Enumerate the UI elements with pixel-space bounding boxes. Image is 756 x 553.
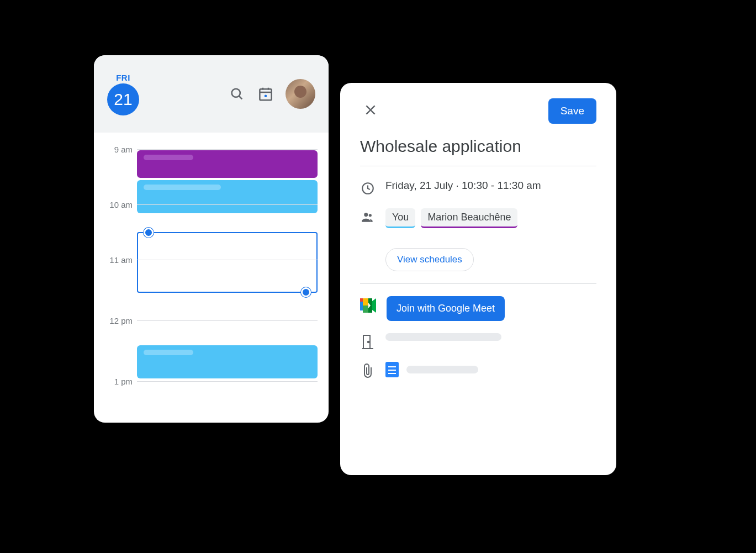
svg-rect-2: [260, 89, 271, 100]
svg-point-11: [369, 214, 372, 217]
google-meet-icon: [360, 298, 377, 313]
event-datetime[interactable]: Friday, 21 July · 10:30 - 11:30 am: [385, 180, 541, 192]
docs-icon[interactable]: [385, 362, 399, 377]
attendee-list: You Marion Beauchêne: [385, 208, 517, 228]
svg-rect-13: [360, 298, 363, 302]
avatar[interactable]: [286, 79, 315, 109]
join-google-meet-button[interactable]: Join with Google Meet: [387, 296, 505, 321]
svg-rect-14: [363, 298, 368, 306]
divider: [360, 283, 596, 284]
time-label: 11 am: [99, 255, 133, 265]
search-icon[interactable]: [228, 85, 246, 103]
svg-point-6: [265, 95, 267, 98]
svg-marker-16: [368, 298, 372, 313]
calendar-header: FRI 21: [94, 55, 329, 133]
attendee-chip-you[interactable]: You: [385, 208, 415, 228]
attendee-chip-guest[interactable]: Marion Beauchêne: [421, 208, 517, 228]
calendar-event-blue[interactable]: [137, 180, 318, 213]
attachment-placeholder[interactable]: [406, 366, 478, 373]
slot-handle-bottom[interactable]: [301, 287, 311, 297]
time-label: 1 pm: [99, 377, 133, 386]
time-label: 9 am: [99, 145, 133, 154]
room-icon: [360, 334, 376, 350]
svg-point-20: [368, 341, 369, 343]
time-label: 10 am: [99, 200, 133, 209]
view-schedules-button[interactable]: View schedules: [385, 248, 474, 271]
people-icon: [360, 209, 376, 225]
calendar-event-blue-2[interactable]: [137, 345, 318, 378]
time-label: 12 pm: [99, 316, 133, 325]
day-of-week-label: FRI: [116, 73, 130, 82]
close-icon[interactable]: [360, 99, 381, 123]
time-slot-selection[interactable]: [137, 232, 318, 293]
svg-point-10: [364, 213, 368, 217]
calendar-today-icon[interactable]: [257, 85, 274, 103]
svg-rect-12: [360, 301, 363, 310]
calendar-timeline[interactable]: 9 am 10 am 11 am 12 pm 1 pm: [94, 133, 329, 423]
slot-handle-top[interactable]: [144, 228, 154, 238]
save-button[interactable]: Save: [548, 98, 596, 124]
svg-marker-17: [372, 298, 376, 313]
event-title-input[interactable]: Wholesale application: [360, 137, 596, 166]
event-edit-panel: Save Wholesale application Friday, 21 Ju…: [340, 83, 616, 475]
clock-icon: [360, 181, 376, 196]
calendar-event-purple[interactable]: [137, 150, 318, 178]
day-number-badge: 21: [107, 83, 139, 115]
day-indicator[interactable]: FRI 21: [107, 73, 139, 115]
calendar-day-view: FRI 21 9 am 10 am 11 am 12 pm 1 pm: [94, 55, 329, 423]
svg-point-0: [232, 89, 240, 97]
attachment-icon: [360, 363, 376, 378]
svg-line-1: [239, 96, 242, 99]
svg-rect-15: [363, 306, 368, 313]
room-placeholder[interactable]: [385, 333, 501, 341]
